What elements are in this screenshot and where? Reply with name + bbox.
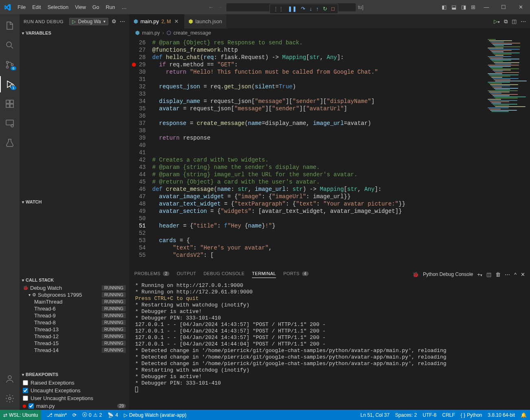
layout-custom-icon[interactable]: ⊞	[471, 4, 475, 10]
grip-icon[interactable]: ⋮⋮	[273, 6, 284, 12]
debug-pause-icon[interactable]: ❚❚	[288, 6, 297, 12]
bp-user-uncaught[interactable]: User Uncaught Exceptions	[20, 394, 129, 402]
debug-restart-icon[interactable]: ↻	[323, 6, 327, 12]
terminal-output[interactable]: * Running on http://127.0.0.1:9000 * Run…	[129, 281, 530, 410]
section-variables[interactable]: ▾VARIABLES	[20, 28, 129, 37]
status-language[interactable]: { }Python	[461, 412, 482, 418]
layout-secondary-icon[interactable]: ◨	[461, 4, 466, 10]
tab-more-icon[interactable]: ⋯	[521, 18, 526, 24]
menu-edit[interactable]: Edit	[29, 4, 44, 10]
callstack-row[interactable]: Thread-9RUNNING	[20, 312, 129, 319]
kill-terminal-icon[interactable]: 🗑	[495, 271, 501, 278]
vscode-logo-icon	[0, 4, 14, 11]
back-icon[interactable]: ←	[208, 4, 213, 10]
more-icon[interactable]: ⋯	[120, 18, 125, 24]
warning-icon: ⚠	[93, 412, 98, 418]
menu-run[interactable]: Run	[103, 4, 118, 10]
svg-point-12	[9, 397, 11, 400]
start-debug-icon[interactable]: ▷	[72, 19, 76, 24]
callstack-row[interactable]: Thread-8RUNNING	[20, 319, 129, 326]
testing-icon[interactable]	[0, 135, 20, 151]
accounts-icon[interactable]	[0, 371, 20, 387]
bp-raised[interactable]: Raised Exceptions	[20, 379, 129, 387]
breadcrumbs[interactable]: ⬢ main.py › ⬡ create_message	[129, 28, 530, 37]
settings-gear-icon[interactable]	[0, 390, 20, 407]
status-branch[interactable]: ⎇main*	[47, 412, 67, 418]
tab-debug-console[interactable]: DEBUG CONSOLE	[204, 271, 245, 278]
new-terminal-icon[interactable]: +▾	[477, 271, 482, 278]
minimize-button[interactable]: —	[480, 4, 493, 10]
tab-ports[interactable]: PORTS4	[283, 271, 309, 278]
close-icon[interactable]: ✕	[173, 18, 180, 24]
terminal-profile-name[interactable]: Python Debug Console	[423, 271, 473, 277]
debug-stop-icon[interactable]: □	[331, 6, 335, 12]
status-ports[interactable]: 📡4	[107, 412, 118, 418]
callstack-row[interactable]: MainThreadRUNNING	[20, 298, 129, 305]
svg-rect-9	[6, 120, 13, 125]
status-debug-session[interactable]: ▷Debug Watch (avatar-app)	[124, 412, 186, 418]
code-editor[interactable]: 2627282930313233343536373839404142434445…	[129, 37, 530, 267]
status-cursor[interactable]: Ln 51, Col 37	[360, 412, 389, 418]
search-icon[interactable]	[0, 37, 20, 53]
remote-explorer-icon[interactable]	[0, 115, 20, 131]
panel-maximize-icon[interactable]: ^	[514, 271, 517, 278]
section-watch[interactable]: ▾WATCH	[20, 197, 129, 206]
tab-terminal[interactable]: TERMINAL	[252, 271, 276, 278]
chevron-down-icon[interactable]: ▾	[103, 19, 105, 24]
bp-file-row[interactable]: main.py 29	[20, 402, 129, 410]
callstack-row[interactable]: Thread-12RUNNING	[20, 333, 129, 340]
status-encoding[interactable]: UTF-8	[423, 412, 436, 418]
extensions-icon[interactable]	[0, 96, 20, 112]
run-file-icon[interactable]: ▷▾	[494, 18, 500, 24]
scm-badge: 6	[11, 66, 16, 70]
panel-close-icon[interactable]: ✕	[521, 271, 525, 278]
split-editor-icon[interactable]: ◫	[512, 18, 517, 24]
split-terminal-icon[interactable]: ◫	[486, 271, 491, 278]
tab-problems[interactable]: PROBLEMS2	[134, 271, 169, 278]
status-indent[interactable]: Spaces: 2	[395, 412, 417, 418]
section-breakpoints[interactable]: ▾BREAKPOINTS	[20, 370, 129, 379]
section-callstack[interactable]: ▾CALL STACK	[20, 276, 129, 284]
forward-icon[interactable]: →	[217, 4, 223, 10]
status-sync[interactable]: ⟳	[72, 412, 77, 418]
menu-selection[interactable]: Selection	[44, 4, 72, 10]
status-problems[interactable]: ⓧ0⚠2	[82, 411, 102, 418]
error-icon: ⓧ	[82, 411, 87, 418]
gear-icon[interactable]: ⚙	[112, 18, 116, 24]
callstack-row[interactable]: ▾⚙Subprocess 17995RUNNING	[20, 291, 129, 298]
debug-floating-toolbar[interactable]: ⋮⋮ ❚❚ ↷ ↓ ↑ ↻ □	[269, 4, 338, 14]
editor-tab[interactable]: ⬢main.py2, M✕	[129, 14, 184, 28]
editor-tab[interactable]: ⬢launch.json	[184, 14, 227, 28]
callstack-row[interactable]: Thread-13RUNNING	[20, 326, 129, 333]
layout-primary-icon[interactable]: ◧	[442, 4, 447, 10]
callstack-row[interactable]: Thread-6RUNNING	[20, 305, 129, 312]
status-interpreter[interactable]: 3.8.10 64-bit	[488, 412, 515, 418]
maximize-button[interactable]: ☐	[497, 4, 510, 10]
layout-panel-icon[interactable]: ⬓	[451, 4, 456, 10]
debug-console-icon[interactable]: ⧉	[504, 18, 508, 25]
callstack-row[interactable]: Thread-15RUNNING	[20, 340, 129, 347]
callstack-row[interactable]: Thread-14RUNNING	[20, 347, 129, 354]
json-file-icon: ⬢	[188, 18, 193, 24]
bp-uncaught[interactable]: Uncaught Exceptions	[20, 387, 129, 394]
debug-step-out-icon[interactable]: ↑	[316, 6, 319, 12]
callstack-row[interactable]: 🐞Debug WatchRUNNING	[20, 284, 129, 291]
menu-…[interactable]: …	[118, 4, 130, 10]
close-button[interactable]: ✕	[515, 4, 527, 10]
main-menu[interactable]: FileEditSelectionViewGoRun…	[14, 4, 130, 10]
tab-output[interactable]: OUTPUT	[177, 271, 196, 278]
run-debug-icon[interactable]: 1	[0, 76, 20, 92]
debug-step-into-icon[interactable]: ↓	[309, 6, 312, 12]
source-control-icon[interactable]: 6	[0, 57, 20, 73]
debug-step-over-icon[interactable]: ↷	[301, 6, 305, 12]
status-notifications-icon[interactable]: 🔔	[521, 412, 527, 418]
panel-more-icon[interactable]: ⋯	[505, 271, 510, 278]
menu-file[interactable]: File	[14, 4, 29, 10]
menu-view[interactable]: View	[72, 4, 89, 10]
menu-go[interactable]: Go	[89, 4, 103, 10]
explorer-icon[interactable]	[0, 18, 20, 34]
status-eol[interactable]: CRLF	[442, 412, 455, 418]
debug-config-select[interactable]: ▷ Debug Wa ▾	[69, 18, 108, 25]
minimap[interactable]	[486, 37, 530, 267]
status-remote[interactable]: ⇄WSL: Ubuntu	[0, 410, 41, 420]
